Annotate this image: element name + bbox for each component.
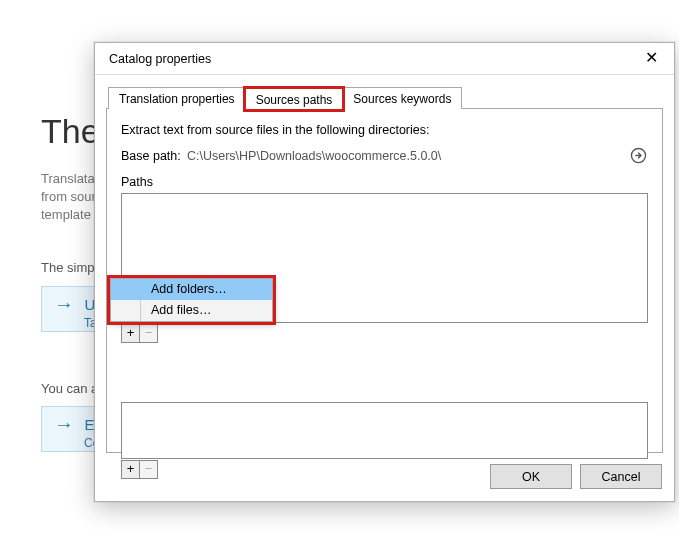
dialog-title: Catalog properties [109, 52, 211, 66]
close-button[interactable]: ✕ [628, 43, 674, 74]
excluded-paths-listbox[interactable] [121, 402, 648, 459]
tab-sources-paths[interactable]: Sources paths [245, 88, 344, 110]
paths-add-remove-row: + − [121, 324, 158, 343]
ok-button[interactable]: OK [490, 464, 572, 489]
add-popup-menu: Add folders… Add files… [110, 278, 273, 322]
dialog-titlebar: Catalog properties ✕ [95, 43, 674, 75]
excluded-remove-button: − [139, 460, 158, 479]
base-path-value: C:\Users\HP\Downloads\woocommerce.5.0.0\ [187, 149, 441, 163]
arrow-circle-right-icon [630, 147, 647, 164]
bg-heading: The [41, 112, 100, 151]
tab-sources-keywords[interactable]: Sources keywords [342, 87, 462, 109]
cancel-button[interactable]: Cancel [580, 464, 662, 489]
minus-icon: − [145, 461, 153, 476]
extract-instruction-label: Extract text from source files in the fo… [121, 123, 429, 137]
plus-icon: + [127, 461, 135, 476]
excluded-add-remove-row: + − [121, 460, 158, 479]
open-base-path-button[interactable] [630, 147, 648, 165]
tab-translation-properties[interactable]: Translation properties [108, 87, 246, 109]
paths-remove-button: − [139, 324, 158, 343]
arrow-right-icon: → [54, 413, 74, 435]
paths-add-button[interactable]: + [121, 324, 140, 343]
close-icon: ✕ [645, 49, 658, 66]
catalog-properties-dialog: Catalog properties ✕ Translation propert… [94, 42, 675, 502]
base-path-label: Base path: [121, 149, 181, 163]
plus-icon: + [127, 325, 135, 340]
excluded-add-button[interactable]: + [121, 460, 140, 479]
paths-label: Paths [121, 175, 153, 189]
minus-icon: − [145, 325, 153, 340]
arrow-right-icon: → [54, 293, 74, 315]
add-folders-menuitem[interactable]: Add folders… [111, 279, 272, 300]
tabs-bar: Translation properties Sources paths Sou… [108, 87, 462, 109]
add-files-menuitem[interactable]: Add files… [111, 300, 272, 321]
dialog-buttons: OK Cancel [490, 464, 662, 489]
